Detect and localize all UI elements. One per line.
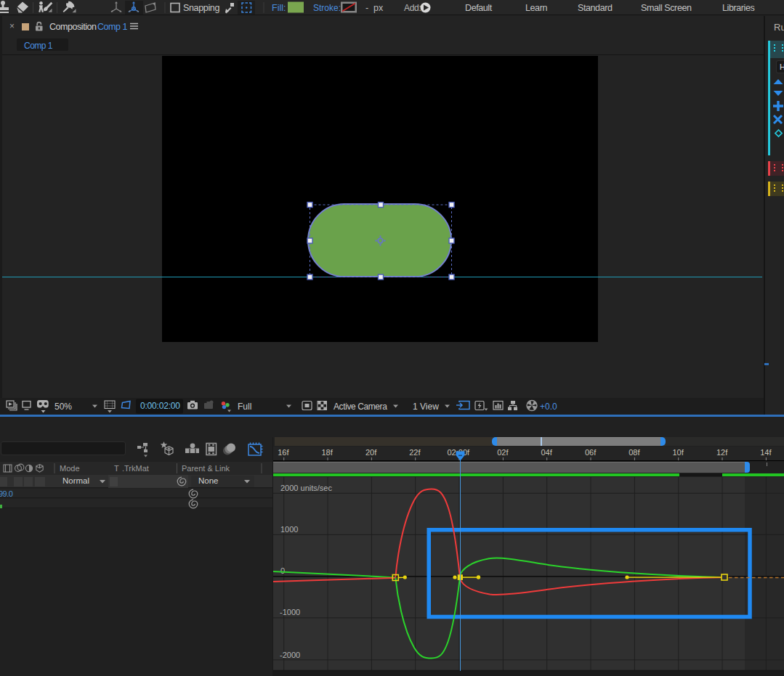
svg-text:2000 units/sec: 2000 units/sec <box>280 484 332 492</box>
svg-text:Add:: Add: <box>404 3 421 13</box>
svg-text:1 View: 1 View <box>413 402 439 412</box>
svg-text:1000: 1000 <box>280 525 298 534</box>
svg-text:0:00:02:00: 0:00:02:00 <box>140 401 180 411</box>
svg-text:Mode: Mode <box>60 464 80 473</box>
svg-text:px: px <box>373 3 384 13</box>
svg-text:-1000: -1000 <box>280 608 300 616</box>
svg-text:Parent & Link: Parent & Link <box>182 464 230 473</box>
svg-text:Fill:: Fill: <box>272 3 286 13</box>
svg-text:.TrkMat: .TrkMat <box>122 464 149 473</box>
svg-text:Full: Full <box>238 402 251 412</box>
svg-text:+0.0: +0.0 <box>540 402 557 412</box>
svg-text:Active Camera: Active Camera <box>334 402 387 412</box>
svg-text:-: - <box>365 3 368 13</box>
svg-text:50%: 50% <box>54 402 72 412</box>
svg-text:T: T <box>114 464 119 473</box>
svg-text:Snapping: Snapping <box>183 3 219 13</box>
svg-text:0: 0 <box>280 566 285 575</box>
svg-text:-2000: -2000 <box>280 651 300 659</box>
svg-text:Stroke:: Stroke: <box>313 3 341 13</box>
